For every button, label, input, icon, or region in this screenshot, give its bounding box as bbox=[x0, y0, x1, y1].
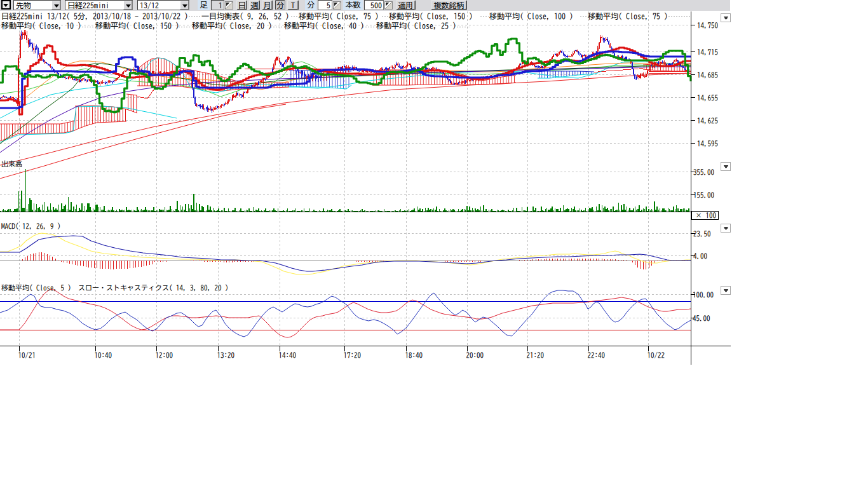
svg-text:14,750: 14,750 bbox=[697, 22, 718, 29]
svg-text:13:20: 13:20 bbox=[217, 352, 235, 359]
svg-text:移動平均( Close, 75 ): 移動平均( Close, 75 ) bbox=[299, 12, 379, 20]
svg-text:移動平均( Close, 75 ): 移動平均( Close, 75 ) bbox=[588, 12, 668, 20]
svg-text:4.00: 4.00 bbox=[693, 253, 707, 260]
svg-text:出来高: 出来高 bbox=[1, 160, 22, 168]
svg-text:100.00: 100.00 bbox=[693, 292, 714, 299]
svg-text:移動平均( Close, 150 ): 移動平均( Close, 150 ) bbox=[389, 12, 473, 20]
svg-text:移動平均( Close, 20 ): 移動平均( Close, 20 ) bbox=[192, 22, 272, 30]
svg-text:10/21: 10/21 bbox=[18, 351, 36, 359]
svg-text:MACD( 12, 26, 9 ): MACD( 12, 26, 9 ) bbox=[1, 222, 61, 230]
svg-text:14,595: 14,595 bbox=[697, 140, 718, 147]
svg-text:日経225mini 13/12( 5分, 2013/10/1: 日経225mini 13/12( 5分, 2013/10/18 - 2013/1… bbox=[1, 12, 188, 20]
svg-text:12:00: 12:00 bbox=[156, 352, 173, 359]
svg-text:移動平均( Close, 40 ): 移動平均( Close, 40 ) bbox=[284, 22, 364, 30]
svg-text:× 100: × 100 bbox=[695, 212, 716, 219]
svg-text:20:00: 20:00 bbox=[466, 352, 484, 359]
svg-text:355.00: 355.00 bbox=[693, 169, 714, 176]
svg-text:17:20: 17:20 bbox=[344, 352, 362, 359]
svg-text:21:20: 21:20 bbox=[527, 352, 545, 359]
svg-text:移動平均( Close, 5 ) スロー・ストキャスティクス: 移動平均( Close, 5 ) スロー・ストキャスティクス( 14, 3, 8… bbox=[1, 284, 229, 292]
svg-text:移動平均( Close, 25 ): 移動平均( Close, 25 ) bbox=[376, 22, 456, 30]
svg-text:移動平均( Close, 150 ): 移動平均( Close, 150 ) bbox=[95, 22, 179, 30]
svg-text:45.00: 45.00 bbox=[693, 315, 710, 322]
svg-text:14:40: 14:40 bbox=[279, 352, 297, 359]
svg-text:14,685: 14,685 bbox=[697, 72, 718, 79]
svg-text:23.50: 23.50 bbox=[693, 231, 711, 238]
svg-text:22:40: 22:40 bbox=[588, 352, 606, 359]
svg-text:14,715: 14,715 bbox=[697, 49, 718, 56]
svg-text:10/22: 10/22 bbox=[648, 351, 665, 359]
svg-text:18:40: 18:40 bbox=[405, 352, 423, 359]
svg-text:10:40: 10:40 bbox=[95, 352, 112, 359]
svg-text:14,655: 14,655 bbox=[697, 95, 718, 102]
svg-text:移動平均( Close, 10 ): 移動平均( Close, 10 ) bbox=[1, 22, 81, 30]
svg-text:14,625: 14,625 bbox=[697, 118, 718, 125]
svg-text:移動平均( Close, 100 ): 移動平均( Close, 100 ) bbox=[489, 12, 573, 20]
svg-text:一目均衡表( 9, 26, 52 ): 一目均衡表( 9, 26, 52 ) bbox=[201, 12, 289, 20]
svg-text:155.00: 155.00 bbox=[693, 192, 714, 199]
